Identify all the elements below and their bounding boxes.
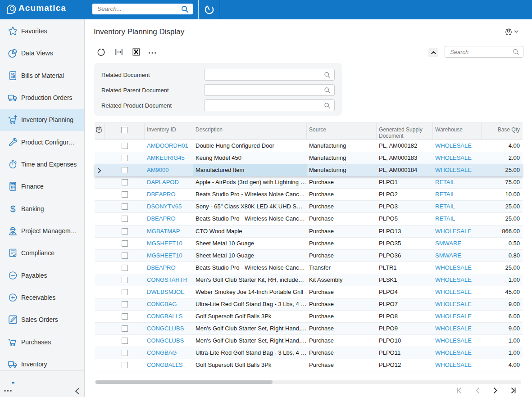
svg-text:$: $ <box>12 72 15 78</box>
svg-text:$: $ <box>10 203 16 214</box>
